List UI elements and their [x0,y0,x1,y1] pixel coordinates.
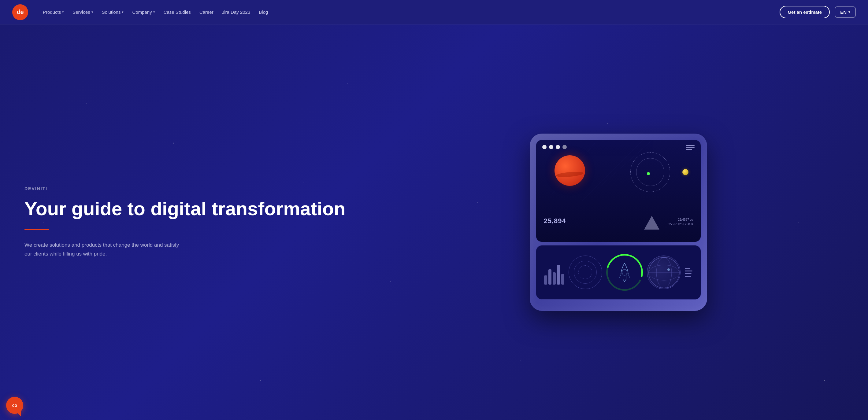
globe-display [647,256,681,289]
bar-1 [544,276,547,285]
case-studies-link[interactable]: Case Studies [160,7,194,17]
chevron-down-icon: ▾ [848,10,850,14]
tablet-screen-bottom [536,245,701,299]
company-link[interactable]: Company ▾ [128,7,158,17]
solutions-link[interactable]: Solutions ▾ [98,7,128,17]
svg-line-2 [552,140,597,195]
hero-divider [25,229,49,230]
rect-bar-2 [685,270,692,271]
diagonal-lines [536,140,701,242]
nav-actions: Get an estimate EN ▾ [780,6,856,18]
svg-line-4 [619,274,621,278]
logo[interactable]: de [12,4,28,20]
svg-point-11 [668,268,670,271]
blog-link[interactable]: Blog [255,7,272,17]
svg-point-3 [622,269,627,276]
get-estimate-button[interactable]: Get an estimate [780,6,830,18]
jira-day-link[interactable]: Jira Day 2023 [218,7,254,17]
bar-5 [561,274,564,285]
brand-label: DEVINITI [25,186,381,191]
bar-3 [553,272,556,285]
nav-item-jira-day[interactable]: Jira Day 2023 [218,7,254,17]
tablet-screen-top: 25,894 21/4567 cc 255 R 125 G 98 B [536,140,701,242]
rect-bar-1 [685,268,690,269]
rect-bar-3 [685,273,691,274]
globe-svg [647,256,681,289]
chevron-down-icon: ▾ [62,10,64,14]
tablet-outer: 25,894 21/4567 cc 255 R 125 G 98 B [530,134,707,311]
nav-links: Products ▾ Services ▾ Solutions ▾ Compan… [39,7,272,17]
svg-line-1 [597,140,652,189]
svg-line-0 [582,140,643,201]
nav-item-services[interactable]: Services ▾ [69,7,97,17]
hero-description: We create solutions and products that ch… [25,241,184,259]
hero-visual: 25,894 21/4567 cc 255 R 125 G 98 B [393,134,843,311]
rocket-icon [617,262,632,283]
screen-top-content: 25,894 21/4567 cc 255 R 125 G 98 B [536,140,701,242]
bar-4 [557,265,560,285]
chat-bubble-button[interactable]: co [6,397,23,414]
chevron-down-icon: ▾ [122,10,124,14]
tablet-device: 25,894 21/4567 cc 255 R 125 G 98 B [530,134,707,311]
hero-section: DEVINITI Your guide to digital transform… [0,25,868,420]
products-link[interactable]: Products ▾ [39,7,68,17]
navbar: de Products ▾ Services ▾ Solutions ▾ [0,0,868,25]
nav-item-career[interactable]: Career [196,7,217,17]
hero-content: DEVINITI Your guide to digital transform… [25,186,393,259]
rect-bar-4 [685,276,691,277]
nav-item-company[interactable]: Company ▾ [128,7,158,17]
rect-bars [685,260,692,285]
svg-line-5 [628,274,630,278]
chevron-down-icon: ▾ [153,10,155,14]
bar-2 [548,269,552,285]
nav-item-case-studies[interactable]: Case Studies [160,7,194,17]
radar-inner [574,261,597,284]
rocket-display [606,254,643,291]
vertical-bars [544,260,564,285]
hero-title: Your guide to digital transformation [25,198,381,219]
radar-bottom [568,256,602,289]
nav-item-products[interactable]: Products ▾ [39,7,68,17]
career-link[interactable]: Career [196,7,217,17]
services-link[interactable]: Services ▾ [69,7,97,17]
language-selector[interactable]: EN ▾ [835,6,856,18]
chevron-down-icon: ▾ [91,10,93,14]
nav-item-solutions[interactable]: Solutions ▾ [98,7,128,17]
nav-item-blog[interactable]: Blog [255,7,272,17]
radar-core [578,265,592,279]
